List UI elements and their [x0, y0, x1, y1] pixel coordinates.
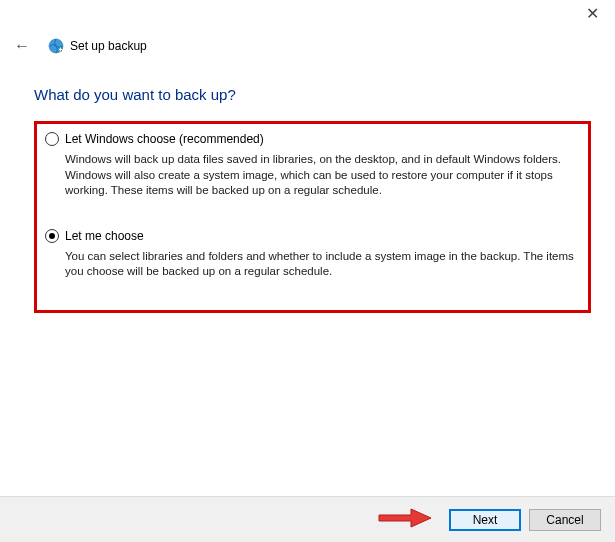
option-let-me-choose[interactable]: Let me choose You can select libraries a…: [45, 229, 580, 280]
close-icon[interactable]: ✕: [586, 5, 599, 22]
next-button[interactable]: Next: [449, 509, 521, 531]
option-desc: Windows will back up data files saved in…: [65, 152, 580, 199]
content: What do you want to back up? Let Windows…: [34, 86, 591, 313]
option-label: Let Windows choose (recommended): [65, 132, 264, 146]
option-head[interactable]: Let Windows choose (recommended): [45, 132, 580, 146]
radio-icon[interactable]: [45, 229, 59, 243]
option-label: Let me choose: [65, 229, 144, 243]
header: ← Set up backup: [10, 36, 147, 56]
backup-globe-icon: [48, 38, 64, 54]
radio-icon[interactable]: [45, 132, 59, 146]
button-label: Cancel: [546, 513, 583, 527]
back-arrow-icon[interactable]: ←: [10, 36, 34, 56]
heading: What do you want to back up?: [34, 86, 591, 103]
button-label: Next: [473, 513, 498, 527]
cancel-button[interactable]: Cancel: [529, 509, 601, 531]
highlight-box: Let Windows choose (recommended) Windows…: [34, 121, 591, 313]
annotation-arrow-icon: [377, 507, 433, 532]
titlebar-controls: ✕: [586, 6, 599, 22]
backup-wizard-window: ✕ ← Set up backup What do you want to ba…: [0, 0, 615, 542]
footer: Next Cancel: [0, 496, 615, 542]
option-windows-choose[interactable]: Let Windows choose (recommended) Windows…: [45, 132, 580, 199]
option-head[interactable]: Let me choose: [45, 229, 580, 243]
option-desc: You can select libraries and folders and…: [65, 249, 580, 280]
page-title: Set up backup: [70, 39, 147, 53]
